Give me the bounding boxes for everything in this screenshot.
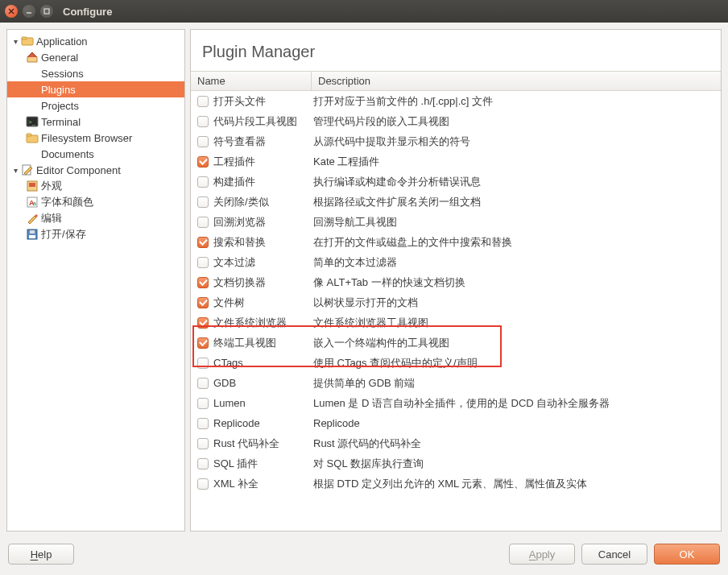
- checkbox-icon[interactable]: [197, 136, 209, 147]
- plugin-row[interactable]: 文件树以树状显示打开的文档: [191, 292, 721, 312]
- folder-app-icon: [20, 35, 35, 48]
- plugin-checkbox[interactable]: [196, 136, 210, 147]
- plugin-row[interactable]: 回溯浏览器回溯导航工具视图: [191, 212, 721, 232]
- column-description[interactable]: Description: [312, 72, 721, 90]
- plugin-row[interactable]: 工程插件Kate 工程插件: [191, 151, 721, 172]
- plugin-checkbox[interactable]: [196, 358, 210, 369]
- plugin-row[interactable]: 终端工具视图嵌入一个终端构件的工具视图: [191, 333, 721, 353]
- plugin-checkbox[interactable]: [196, 337, 210, 349]
- plugin-checkbox[interactable]: [196, 277, 210, 288]
- tree-item-plugins[interactable]: Plugins: [7, 81, 184, 97]
- tree-item-editor-component[interactable]: ▾ Editor Component: [7, 162, 184, 178]
- plugin-row[interactable]: 关闭除/类似根据路径或文件扩展名关闭一组文档: [191, 192, 721, 212]
- checkbox-icon[interactable]: [197, 378, 209, 389]
- plugin-checkbox[interactable]: [196, 176, 210, 188]
- plugin-name: Rust 代码补全: [210, 436, 310, 451]
- cancel-button[interactable]: Cancel: [581, 544, 647, 565]
- plugin-row[interactable]: Rust 代码补全Rust 源代码的代码补全: [191, 433, 721, 453]
- tree-item-opensave[interactable]: 打开/保存: [7, 226, 184, 242]
- checkbox-icon[interactable]: [197, 196, 209, 208]
- plugin-row[interactable]: 符号查看器从源代码中提取并显示相关的符号: [191, 131, 721, 151]
- plugin-checkbox[interactable]: [196, 398, 210, 409]
- plugin-row[interactable]: 搜索和替换在打开的文件或磁盘上的文件中搜索和替换: [191, 232, 721, 252]
- plugin-checkbox[interactable]: [196, 156, 210, 168]
- checkbox-icon[interactable]: [197, 116, 209, 127]
- svg-text:a: a: [33, 201, 36, 206]
- tree-item-general[interactable]: General: [7, 49, 184, 65]
- checkbox-icon[interactable]: [197, 478, 209, 490]
- apply-button[interactable]: Apply: [509, 544, 575, 565]
- checkbox-icon[interactable]: [197, 156, 209, 168]
- plugin-row[interactable]: 文本过滤简单的文本过滤器: [191, 252, 721, 272]
- plugin-row[interactable]: ReplicodeReplicode: [191, 413, 721, 433]
- plugin-row[interactable]: SQL 插件对 SQL 数据库执行查询: [191, 453, 721, 474]
- checkbox-icon[interactable]: [197, 297, 209, 308]
- tree-item-terminal[interactable]: >_ Terminal: [7, 114, 184, 130]
- window-title: Configure: [63, 6, 112, 18]
- tree-item-edit[interactable]: 编辑: [7, 210, 184, 226]
- checkbox-icon[interactable]: [197, 237, 209, 248]
- plugin-desc: Rust 源代码的代码补全: [310, 436, 721, 451]
- checkbox-icon[interactable]: [197, 176, 209, 188]
- plugin-list[interactable]: 打开头文件打开对应于当前文件的 .h/[.cpp|.c] 文件代码片段工具视图管…: [191, 91, 721, 531]
- plugin-checkbox[interactable]: [196, 297, 210, 308]
- checkbox-icon[interactable]: [197, 317, 209, 329]
- plugin-checkbox[interactable]: [196, 458, 210, 470]
- plugin-row[interactable]: CTags使用 CTags 查阅代码中的定义/声明: [191, 353, 721, 373]
- checkbox-icon[interactable]: [197, 277, 209, 288]
- plugin-checkbox[interactable]: [196, 257, 210, 268]
- minimize-icon[interactable]: [23, 5, 35, 18]
- checkbox-icon[interactable]: [197, 358, 209, 369]
- plugin-checkbox[interactable]: [196, 96, 210, 107]
- plugin-row[interactable]: 打开头文件打开对应于当前文件的 .h/[.cpp|.c] 文件: [191, 91, 721, 111]
- checkbox-icon[interactable]: [197, 458, 209, 470]
- checkbox-icon[interactable]: [197, 398, 209, 409]
- plugin-checkbox[interactable]: [196, 116, 210, 127]
- checkbox-icon[interactable]: [197, 257, 209, 268]
- checkbox-icon[interactable]: [197, 418, 209, 429]
- plugin-checkbox[interactable]: [196, 478, 210, 490]
- plugin-row[interactable]: 文件系统浏览器文件系统浏览器工具视图: [191, 312, 721, 333]
- checkbox-icon[interactable]: [197, 217, 209, 228]
- close-icon[interactable]: [5, 5, 18, 18]
- plugin-checkbox[interactable]: [196, 237, 210, 248]
- tree-item-appearance[interactable]: 外观: [7, 178, 184, 194]
- sidebar-tree[interactable]: ▾ Application General Sessions Plugins P…: [6, 29, 185, 532]
- maximize-icon[interactable]: [40, 5, 53, 18]
- plugin-row[interactable]: XML 补全根据 DTD 定义列出允许的 XML 元素、属性、属性值及实体: [191, 474, 721, 494]
- checkbox-icon[interactable]: [197, 96, 209, 107]
- plugin-row[interactable]: GDB提供简单的 GDB 前端: [191, 373, 721, 393]
- plugin-checkbox[interactable]: [196, 378, 210, 389]
- tree-item-projects[interactable]: Projects: [7, 97, 184, 114]
- plugin-checkbox[interactable]: [196, 438, 210, 449]
- tree-item-documents[interactable]: Documents: [7, 146, 184, 162]
- plugin-desc: Replicode: [310, 417, 721, 429]
- plugin-desc: 对 SQL 数据库执行查询: [310, 457, 721, 471]
- tree-item-fsbrowser[interactable]: Filesystem Browser: [7, 130, 184, 146]
- plugin-desc: 根据 DTD 定义列出允许的 XML 元素、属性、属性值及实体: [310, 477, 721, 491]
- tree-item-sessions[interactable]: Sessions: [7, 65, 184, 81]
- plugin-checkbox[interactable]: [196, 196, 210, 208]
- plugin-name: 符号查看器: [210, 134, 310, 149]
- chevron-down-icon[interactable]: ▾: [10, 166, 20, 175]
- tree-label: 外观: [39, 179, 62, 193]
- plugin-name: XML 补全: [210, 477, 310, 491]
- plugin-desc: 像 ALT+Tab 一样的快速文档切换: [310, 275, 721, 290]
- column-name[interactable]: Name: [191, 72, 312, 90]
- ok-button[interactable]: OK: [654, 544, 720, 565]
- tree-item-fonts[interactable]: Aa 字体和颜色: [7, 194, 184, 210]
- plugin-checkbox[interactable]: [196, 418, 210, 429]
- plugin-row[interactable]: 构建插件执行编译或构建命令并分析错误讯息: [191, 172, 721, 192]
- checkbox-icon[interactable]: [197, 438, 209, 449]
- plugin-row[interactable]: LumenLumen 是 D 语言自动补全插件，使用的是 DCD 自动补全服务器: [191, 393, 721, 413]
- plugin-row[interactable]: 代码片段工具视图管理代码片段的嵌入工具视图: [191, 111, 721, 131]
- tree-item-application[interactable]: ▾ Application: [7, 33, 184, 49]
- checkbox-icon[interactable]: [197, 337, 209, 349]
- plugin-checkbox[interactable]: [196, 317, 210, 329]
- chevron-down-icon[interactable]: ▾: [10, 37, 20, 46]
- plugin-row[interactable]: 文档切换器像 ALT+Tab 一样的快速文档切换: [191, 272, 721, 292]
- tree-label: Application: [35, 35, 88, 48]
- plugin-checkbox[interactable]: [196, 217, 210, 228]
- help-button[interactable]: Help: [8, 544, 74, 565]
- plugin-name: 搜索和替换: [210, 235, 310, 250]
